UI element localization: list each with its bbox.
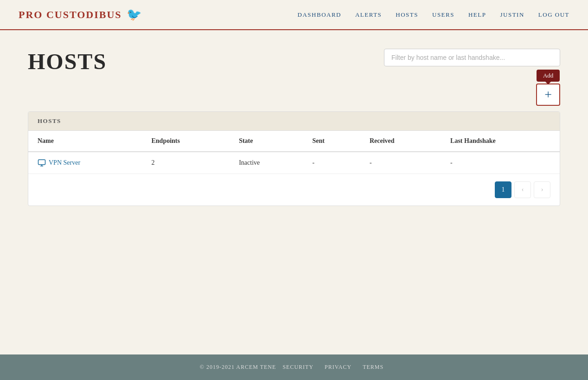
- col-sent: Sent: [303, 131, 360, 152]
- prev-page-button[interactable]: ‹: [514, 181, 531, 198]
- last-handshake-cell: -: [441, 152, 560, 174]
- nav-users[interactable]: USERS: [432, 11, 454, 19]
- filter-input[interactable]: [384, 49, 560, 66]
- add-button[interactable]: +: [544, 88, 552, 101]
- endpoints-cell: 2: [142, 152, 230, 174]
- add-button-area: Add +: [536, 70, 560, 106]
- state-cell: Inactive: [230, 152, 303, 174]
- nav-logout[interactable]: LOG OUT: [538, 11, 569, 19]
- pagination: 1 ‹ ›: [28, 174, 560, 206]
- main-nav: DASHBOARD ALERTS HOSTS USERS HELP JUSTIN…: [298, 11, 569, 19]
- hosts-table: Name Endpoints State Sent Received Last …: [28, 131, 560, 174]
- col-last-handshake: Last Handshake: [441, 131, 560, 152]
- site-footer: © 2019-2021 ARCEM TENE SECURITY PRIVACY …: [0, 354, 588, 380]
- svg-rect-0: [38, 160, 45, 165]
- logo-text: PRO CUSTODIBUS: [19, 9, 122, 21]
- col-received: Received: [360, 131, 441, 152]
- table-header-row: Name Endpoints State Sent Received Last …: [28, 131, 560, 152]
- nav-dashboard[interactable]: DASHBOARD: [298, 11, 341, 19]
- nav-alerts[interactable]: ALERTS: [355, 11, 382, 19]
- host-link[interactable]: VPN Server: [38, 159, 133, 167]
- site-header: PRO CUSTODIBUS 🐦 DASHBOARD ALERTS HOSTS …: [0, 0, 588, 30]
- page-1-button[interactable]: 1: [495, 181, 511, 198]
- main-content: HOSTS Add + HOSTS Name Endpoints State S…: [0, 30, 588, 354]
- nav-help[interactable]: HELP: [468, 11, 486, 19]
- host-name-cell: VPN Server: [28, 152, 142, 174]
- sent-cell: -: [303, 152, 360, 174]
- logo: PRO CUSTODIBUS 🐦: [19, 7, 141, 22]
- hosts-card-header: HOSTS: [28, 112, 560, 131]
- received-cell: -: [360, 152, 441, 174]
- logo-icon: 🐦: [127, 7, 141, 22]
- next-page-button[interactable]: ›: [534, 181, 550, 198]
- footer-terms[interactable]: TERMS: [363, 364, 383, 370]
- col-state: State: [230, 131, 303, 152]
- username-display: JUSTIN: [500, 11, 524, 19]
- footer-privacy[interactable]: PRIVACY: [325, 364, 352, 370]
- add-button-wrapper: +: [536, 84, 560, 106]
- nav-hosts[interactable]: HOSTS: [396, 11, 418, 19]
- col-name: Name: [28, 131, 142, 152]
- filter-area: [384, 49, 560, 66]
- add-tooltip: Add: [537, 70, 560, 82]
- host-icon: [38, 159, 46, 167]
- footer-copyright: © 2019-2021 ARCEM TENE: [200, 364, 276, 370]
- col-endpoints: Endpoints: [142, 131, 230, 152]
- table-row: VPN Server 2Inactive---: [28, 152, 560, 174]
- hosts-card: HOSTS Name Endpoints State Sent Received…: [28, 111, 560, 206]
- footer-security[interactable]: SECURITY: [282, 364, 313, 370]
